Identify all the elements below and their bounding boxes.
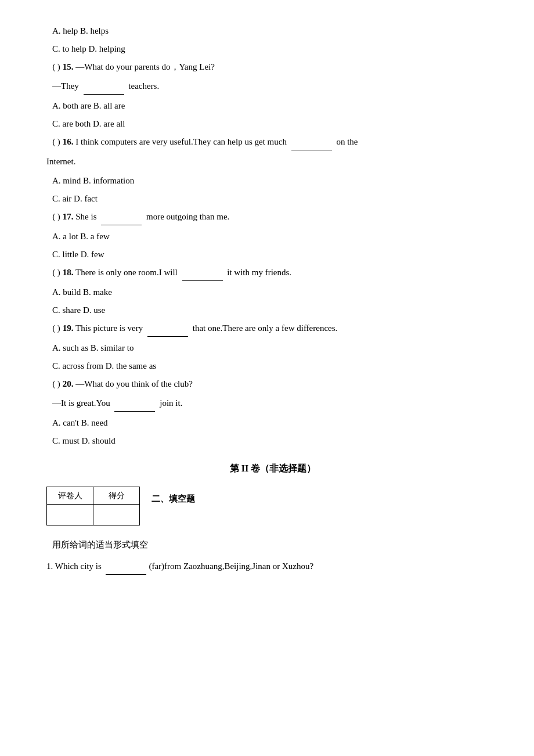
q15-opt-ab: A. both are B. all are — [46, 98, 499, 114]
q19-blank — [147, 321, 188, 337]
q19-opt-ab: A. such as B. similar to — [46, 340, 499, 356]
fill-section-title: 二、填空题 — [151, 491, 195, 507]
fill-instruction: 用所给词的适当形式填空 — [46, 537, 499, 553]
fill-q1-blank — [106, 559, 146, 575]
scoring-header-score: 得分 — [93, 487, 140, 504]
q17-paren: ( ) — [52, 209, 60, 225]
q18-paren: ( ) — [52, 265, 60, 280]
scoring-table: 评卷人 得分 — [46, 487, 140, 525]
q19-paren: ( ) — [52, 321, 60, 336]
q15-response: —They teachers. — [46, 78, 499, 95]
question-18: ( ) 18. There is only one room.I will it… — [46, 265, 499, 281]
q20-paren: ( ) — [52, 376, 60, 392]
q18-opt-cd: C. share D. use — [46, 303, 499, 318]
q20-opt-cd: C. must D. should — [46, 433, 499, 449]
scoring-grader-cell — [47, 504, 93, 525]
q16-blank — [291, 134, 332, 150]
q17-opt-ab: A. a lot B. a few — [46, 229, 499, 244]
q15-paren: ( ) — [52, 59, 60, 75]
scoring-header-grader: 评卷人 — [47, 487, 93, 504]
q15-opt-cd: C. are both D. are all — [46, 116, 499, 132]
q16-opt-ab: A. mind B. information — [46, 173, 499, 189]
question-17: ( ) 17. She is more outgoing than me. — [46, 209, 499, 225]
question-15: ( ) 15. —What do your parents do，Yang Le… — [46, 59, 499, 75]
option-help-c-d: C. to help D. helping — [46, 41, 499, 57]
q15-blank — [84, 78, 124, 95]
scoring-score-cell — [93, 504, 140, 525]
q16-continuation: Internet. — [46, 154, 499, 170]
q20-opt-ab: A. can't B. need — [46, 415, 499, 431]
q17-opt-cd: C. little D. few — [46, 247, 499, 262]
q18-blank — [182, 265, 223, 281]
option-help-a-b: A. help B. helps — [46, 23, 499, 39]
question-19: ( ) 19. This picture is very that one.Th… — [46, 321, 499, 337]
question-16: ( ) 16. I think computers are very usefu… — [46, 134, 499, 150]
scoring-area: 评卷人 得分 二、填空题 — [46, 487, 499, 531]
q16-opt-cd: C. air D. fact — [46, 191, 499, 207]
q18-opt-ab: A. build B. make — [46, 285, 499, 300]
q20-blank — [114, 395, 155, 412]
q19-opt-cd: C. across from D. the same as — [46, 358, 499, 374]
q20-response: —It is great.You join it. — [46, 395, 499, 412]
fill-question-1: 1. Which city is (far)from Zaozhuang,Bei… — [46, 559, 499, 575]
part2-title: 第 II 卷（非选择题） — [46, 460, 499, 477]
q16-paren: ( ) — [52, 134, 60, 150]
question-20: ( ) 20. —What do you think of the club? — [46, 376, 499, 392]
q17-blank — [101, 209, 142, 225]
